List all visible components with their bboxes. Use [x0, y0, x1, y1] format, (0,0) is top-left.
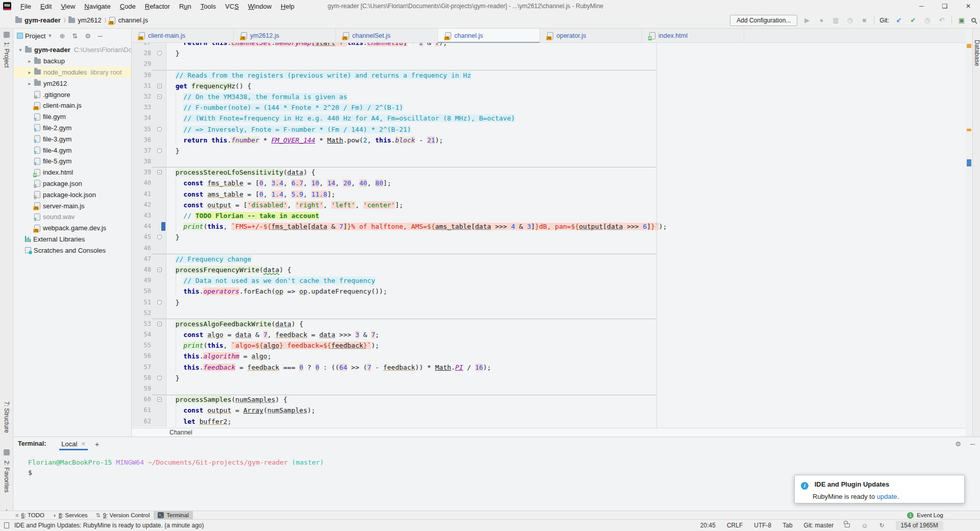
code-line[interactable]: processSamples(numSamples) {: [166, 394, 966, 405]
code-line[interactable]: // Data not used as we don't cache the f…: [166, 275, 966, 286]
tree-item[interactable]: External Libraries: [14, 234, 131, 245]
toolwindow-button-8-services[interactable]: ◑8: Services: [48, 511, 92, 520]
code-line[interactable]: let buffer2;: [166, 416, 966, 427]
gear-icon[interactable]: ⚙: [955, 440, 961, 448]
line-number[interactable]: 47: [132, 254, 151, 264]
terminal-tab-local[interactable]: Local ✕: [59, 437, 87, 450]
line-number[interactable]: 59: [132, 383, 151, 394]
gutter-line[interactable]: 57: [132, 362, 166, 373]
line-number[interactable]: 28: [132, 48, 151, 59]
code-line[interactable]: [166, 383, 966, 394]
gutter-line[interactable]: 29: [132, 59, 166, 69]
git-branch-indicator[interactable]: Git: master: [804, 522, 834, 529]
tree-item[interactable]: JSclient-main.js: [14, 100, 131, 111]
code-line[interactable]: processAlgoFeedbackWrite(data) {: [166, 319, 966, 329]
code-line[interactable]: const fms_table = [0, 3.4, 6.7, 10, 14, …: [166, 178, 966, 188]
tree-item[interactable]: ▸ym2612: [14, 78, 131, 89]
editor-gutter[interactable]: 2728293031−32−33343536373839−40414243444…: [132, 43, 166, 427]
gutter-line[interactable]: 54: [132, 329, 166, 340]
code-line[interactable]: }: [166, 373, 966, 383]
code-line[interactable]: return this.channelSet.memoryMap[start +…: [166, 43, 966, 48]
gutter-line[interactable]: 55: [132, 340, 166, 351]
gutter-line[interactable]: 35: [132, 124, 166, 135]
gutter-line[interactable]: 53−: [132, 319, 166, 329]
toolwindow-button-9-version-control[interactable]: ⇅9: Version Control: [92, 511, 154, 520]
code-line[interactable]: const output = Array(numSamples);: [166, 405, 966, 416]
breadcrumb-item[interactable]: gym-reader: [15, 16, 61, 24]
gutter-line[interactable]: 42: [132, 200, 166, 210]
code-line[interactable]: }: [166, 297, 966, 308]
menu-view[interactable]: View: [56, 1, 80, 12]
line-number[interactable]: 27: [132, 43, 151, 48]
user-icon[interactable]: ☺: [861, 522, 868, 529]
sidebar-tab-structure[interactable]: 7: Structure: [3, 401, 10, 433]
git-commit-icon[interactable]: ✔: [909, 16, 918, 24]
line-number[interactable]: 61: [132, 405, 151, 416]
gutter-line[interactable]: 45: [132, 232, 166, 243]
code-line[interactable]: // On the YM3438, the formula is given a…: [166, 91, 966, 102]
code-line[interactable]: const output = ['disabled', 'right', 'le…: [166, 200, 966, 210]
menu-edit[interactable]: Edit: [36, 1, 56, 12]
gutter-line[interactable]: 39−: [132, 167, 166, 178]
gutter-line[interactable]: 27: [132, 43, 166, 48]
update-link[interactable]: update: [877, 493, 897, 500]
chevron-right-icon[interactable]: ▸: [25, 69, 34, 75]
line-number[interactable]: 45: [132, 232, 151, 243]
line-number[interactable]: 33: [132, 102, 151, 113]
gear-icon[interactable]: ⚙: [85, 32, 91, 40]
line-number[interactable]: 43: [132, 210, 151, 221]
maximize-icon[interactable]: ❏: [933, 0, 957, 12]
stop-icon[interactable]: ■: [860, 16, 869, 24]
locate-file-icon[interactable]: ⊕: [59, 32, 65, 40]
code-line[interactable]: // Reads from the registers (previous wr…: [166, 70, 966, 81]
code-line[interactable]: // TODO Florian -- take in account: [166, 210, 966, 221]
fold-marker-icon[interactable]: [157, 300, 162, 305]
gutter-line[interactable]: 28: [132, 48, 166, 59]
project-panel-title[interactable]: Project: [25, 32, 45, 40]
gutter-line[interactable]: 47: [132, 254, 166, 264]
gutter-line[interactable]: 38: [132, 156, 166, 167]
tree-item[interactable]: ?file-2.gym: [14, 123, 131, 134]
gutter-line[interactable]: 50: [132, 286, 166, 297]
fold-marker-icon[interactable]: −: [157, 84, 162, 88]
line-number[interactable]: 37: [132, 146, 151, 156]
new-terminal-icon[interactable]: +: [95, 440, 100, 448]
fold-marker-icon[interactable]: [157, 51, 162, 56]
code-line[interactable]: const ams_table = [0, 1.4, 5.9, 11.8];: [166, 189, 966, 200]
code-line[interactable]: this.algorithm = algo;: [166, 351, 966, 361]
code-line[interactable]: // Frequency change: [166, 254, 966, 264]
menu-file[interactable]: File: [16, 1, 36, 12]
toolwindow-button-terminal[interactable]: >_Terminal: [154, 511, 192, 520]
gutter-line[interactable]: 37: [132, 146, 166, 156]
fold-marker-icon[interactable]: −: [157, 170, 162, 175]
menu-vcs[interactable]: VCS: [220, 1, 243, 12]
editor-scrollbar[interactable]: [966, 43, 973, 428]
code-line[interactable]: return this.fnumber * FM_OVER_144 * Math…: [166, 135, 966, 146]
tree-item[interactable]: Hindex.html: [14, 167, 131, 178]
chevron-right-icon[interactable]: ▸: [25, 81, 34, 86]
code-line[interactable]: print(this, `FMS=+/-${fms_table[data & 7…: [166, 221, 966, 232]
terminal-output[interactable]: Florian@MacBookPro-15 MINGW64 ~/Document…: [14, 450, 980, 478]
gutter-line[interactable]: 51: [132, 297, 166, 308]
line-number[interactable]: 49: [132, 275, 151, 286]
menu-refactor[interactable]: Refactor: [140, 1, 175, 12]
code-line[interactable]: // => Inversely, Fnote = F-number * (Fm …: [166, 124, 966, 135]
sidebar-tab-project[interactable]: 1: Project: [3, 42, 10, 68]
tree-item[interactable]: ▾gym-readerC:\Users\Florian\Do: [14, 44, 131, 56]
gutter-line[interactable]: 59: [132, 383, 166, 394]
line-number[interactable]: 50: [132, 286, 151, 297]
tree-item[interactable]: ▸node_moduleslibrary root: [14, 67, 131, 78]
gutter-line[interactable]: 56: [132, 351, 166, 361]
close-icon[interactable]: ✕: [957, 0, 980, 12]
code-line[interactable]: [166, 243, 966, 254]
tree-item[interactable]: JSwebpack.game.dev.js: [14, 223, 131, 234]
line-ending-indicator[interactable]: CRLF: [727, 522, 743, 529]
gutter-line[interactable]: 48−: [132, 264, 166, 275]
gutter-line[interactable]: 41: [132, 189, 166, 200]
line-number[interactable]: 53: [132, 319, 151, 329]
tab-ym2612-js[interactable]: JSym2612.js: [234, 29, 336, 43]
search-everywhere-icon[interactable]: [971, 18, 976, 22]
line-number[interactable]: 44: [132, 221, 151, 232]
debug-icon[interactable]: ●: [817, 16, 826, 24]
code-line[interactable]: }: [166, 232, 966, 243]
